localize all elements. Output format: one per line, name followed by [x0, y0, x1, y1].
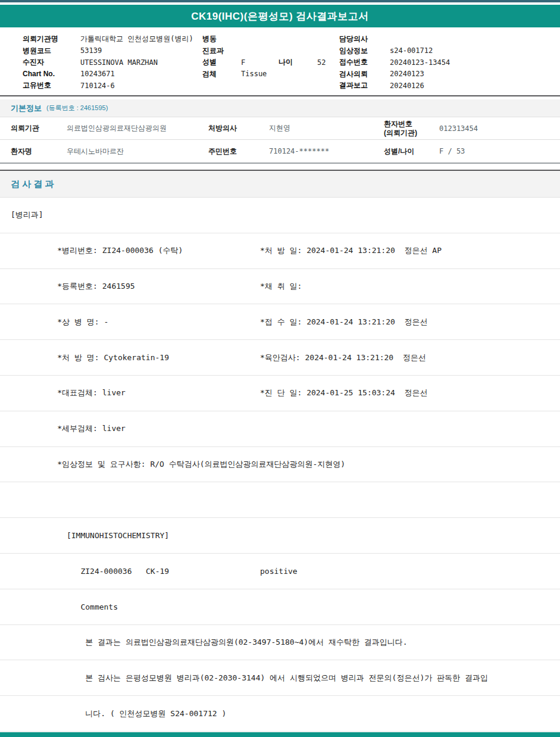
field-label: 의뢰기관명 — [23, 34, 80, 44]
test-results-body: [병리과] *병리번호: ZI24-000036 (수탁) *처 방 일: 20… — [0, 198, 560, 732]
result-text-left: *대표검체: liver — [0, 388, 126, 398]
field-department: 진료과 — [202, 45, 326, 57]
result-text-left: ZI24-000036 CK-19 — [0, 567, 169, 576]
field-ward: 병동 — [202, 33, 326, 45]
field-value: s24-001712 — [390, 46, 433, 55]
field-label: 고유번호 — [23, 80, 80, 90]
field-unique-no: 고유번호 710124-6 — [23, 80, 193, 92]
field-value: 20240123 — [390, 70, 424, 78]
field-accession-no: 접수번호 20240123-13454 — [339, 57, 450, 68]
result-text-right: *처 방 일: 2024-01-24 13:21:20 정은선 AP — [260, 245, 442, 256]
result-text-left: [병리과] — [0, 210, 43, 220]
test-results-section-header: 검 사 결 과 — [0, 170, 560, 198]
result-text-right: *접 수 일: 2024-01-24 13:21:20 정은선 — [260, 317, 428, 327]
basic-info-section-header: 기본정보 (등록번호 : 2461595) — [0, 99, 560, 117]
result-row-registration-no: *등록번호: 2461595 *채 취 일: — [0, 269, 560, 305]
patient-header-right-column: 담당의사 임상정보 s24-001712 접수번호 20240123-13454… — [339, 33, 450, 92]
field-hospital-code: 병원코드 53139 — [23, 45, 193, 57]
result-row-comment-1: 본 결과는 의료법인삼광의료재단삼광의원(02-3497-5180~4)에서 재… — [0, 625, 560, 661]
cell-prescribing-doctor-label: 처방의사 — [208, 124, 269, 133]
basic-info-row-1: 의뢰기관 의료법인삼광의료재단삼광의원 처방의사 지현영 환자번호 (의뢰기관)… — [0, 117, 560, 140]
field-label: Chart No. — [23, 70, 80, 78]
result-text-left: *세부검체: liver — [0, 423, 126, 434]
patient-header-middle-column: 병동 진료과 성별 F 나이 52 검체 Tissue — [202, 33, 326, 80]
cell-patient-name-label: 환자명 — [11, 147, 67, 156]
patient-header: 의뢰기관명 가톨릭대학교 인천성모병원(병리) 병원코드 53139 수진자 U… — [0, 27, 560, 95]
cell-patient-no-label: 환자번호 (의뢰기관) — [384, 120, 439, 138]
cell-referring-org-label: 의뢰기관 — [11, 124, 67, 133]
field-requesting-org-name: 의뢰기관명 가톨릭대학교 인천성모병원(병리) — [23, 33, 193, 45]
field-value: 53139 — [80, 46, 102, 55]
result-text-left: 본 결과는 의료법인삼광의료재단삼광의원(02-3497-5180~4)에서 재… — [0, 637, 408, 648]
result-text-left: 니다. ( 인천성모병원 S24-001712 ) — [0, 708, 226, 719]
field-label: 병동 — [202, 34, 241, 44]
result-row-sub-specimen: *세부검체: liver — [0, 411, 560, 447]
field-label: 병원코드 — [23, 46, 80, 56]
result-text-left: *상 병 명: - — [0, 317, 108, 327]
result-text-left: Comments — [0, 602, 118, 611]
field-value-sex: F — [241, 58, 279, 67]
field-examinee-name: 수진자 UTESSINOVA MARZHAN — [23, 57, 193, 68]
field-label: 담당의사 — [339, 34, 390, 44]
result-text-left: *등록번호: 2461595 — [0, 281, 135, 292]
basic-info-table: 의뢰기관 의료법인삼광의료재단삼광의원 처방의사 지현영 환자번호 (의뢰기관)… — [0, 117, 560, 164]
cell-resident-no-label: 주민번호 — [208, 147, 269, 156]
result-text-left: *임상정보 및 요구사항: R/O 수탁검사(의료법인삼광의료재단삼광의원-지현… — [0, 459, 345, 470]
result-row-comments-heading: Comments — [0, 589, 560, 625]
result-row-order-name: *처 방 명: Cytokeratin-19 *육안검사: 2024-01-24… — [0, 340, 560, 376]
result-row-pathology-no: *병리번호: ZI24-000036 (수탁) *처 방 일: 2024-01-… — [0, 233, 560, 269]
result-row-comment-3: 니다. ( 인천성모병원 S24-001712 ) — [0, 696, 560, 732]
result-text-left: 본 검사는 은평성모병원 병리과(02-2030-3144) 에서 시행되었으며… — [0, 673, 488, 683]
report-title: CK19(IHC)(은평성모) 검사결과보고서 — [191, 10, 369, 23]
field-sex-age: 성별 F 나이 52 — [202, 57, 326, 68]
field-attending-doctor: 담당의사 — [339, 33, 450, 45]
cell-referring-org-value: 의료법인삼광의료재단삼광의원 — [67, 123, 208, 133]
field-specimen: 검체 Tissue — [202, 68, 326, 80]
result-text-left: *처 방 명: Cytokeratin-19 — [0, 352, 169, 363]
field-label: 검체 — [202, 69, 241, 79]
result-row-department: [병리과] — [0, 198, 560, 233]
field-value: 20240126 — [390, 82, 424, 90]
bottom-accent-bar — [0, 732, 560, 737]
field-label: 접수번호 — [339, 57, 390, 67]
field-value-age: 52 — [317, 58, 326, 67]
field-value: UTESSINOVA MARZHAN — [80, 58, 158, 67]
field-label: 검사의뢰 — [339, 69, 390, 79]
field-label: 진료과 — [202, 46, 241, 56]
basic-info-row-2: 환자명 우테시노바마르잔 주민번호 710124-******* 성별/나이 F… — [0, 140, 560, 163]
basic-info-registration-no: (등록번호 : 2461595) — [46, 104, 108, 113]
result-text-right: positive — [260, 567, 298, 576]
field-clinical-info: 임상정보 s24-001712 — [339, 45, 450, 57]
cell-resident-no-value: 710124-******* — [269, 147, 384, 155]
result-text-left: [IMMUNOHISTOCHEMISTRY] — [0, 531, 169, 540]
field-value: 10243671 — [80, 70, 115, 78]
field-chart-no: Chart No. 10243671 — [23, 68, 193, 80]
field-result-report-date: 결과보고 20240126 — [339, 80, 450, 92]
field-label: 임상정보 — [339, 46, 390, 56]
result-row-blank — [0, 482, 560, 518]
result-row-clinical-request: *임상정보 및 요구사항: R/O 수탁검사(의료법인삼광의료재단삼광의원-지현… — [0, 447, 560, 483]
test-results-title: 검 사 결 과 — [11, 179, 54, 190]
cell-patient-no-value: 012313454 — [439, 124, 560, 133]
field-value: 가톨릭대학교 인천성모병원(병리) — [80, 34, 193, 44]
field-label-age: 나이 — [279, 57, 317, 67]
result-text-right: *육안검사: 2024-01-24 13:21:20 정은선 — [260, 352, 426, 363]
field-label-sex: 성별 — [202, 57, 241, 67]
result-text-left: *병리번호: ZI24-000036 (수탁) — [0, 245, 183, 256]
cell-sex-age-label: 성별/나이 — [384, 147, 439, 156]
result-row-ihc-heading: [IMMUNOHISTOCHEMISTRY] — [0, 518, 560, 554]
field-value: 710124-6 — [80, 82, 115, 90]
field-value: Tissue — [241, 70, 267, 78]
result-text-right: *채 취 일: — [260, 281, 302, 292]
result-row-main-specimen: *대표검체: liver *진 단 일: 2024-01-25 15:03:24… — [0, 376, 560, 411]
field-test-request-date: 검사의뢰 20240123 — [339, 68, 450, 80]
field-label: 결과보고 — [339, 80, 390, 90]
field-label: 수진자 — [23, 57, 80, 67]
patient-header-left-column: 의뢰기관명 가톨릭대학교 인천성모병원(병리) 병원코드 53139 수진자 U… — [23, 33, 193, 92]
result-row-diagnosis-name: *상 병 명: - *접 수 일: 2024-01-24 13:21:20 정은… — [0, 304, 560, 340]
field-value: 20240123-13454 — [390, 58, 450, 67]
basic-info-title: 기본정보 — [11, 103, 42, 114]
cell-sex-age-value: F / 53 — [439, 147, 560, 155]
result-row-ck19-result: ZI24-000036 CK-19 positive — [0, 554, 560, 589]
result-text-right: *진 단 일: 2024-01-25 15:03:24 정은선 — [260, 388, 428, 398]
